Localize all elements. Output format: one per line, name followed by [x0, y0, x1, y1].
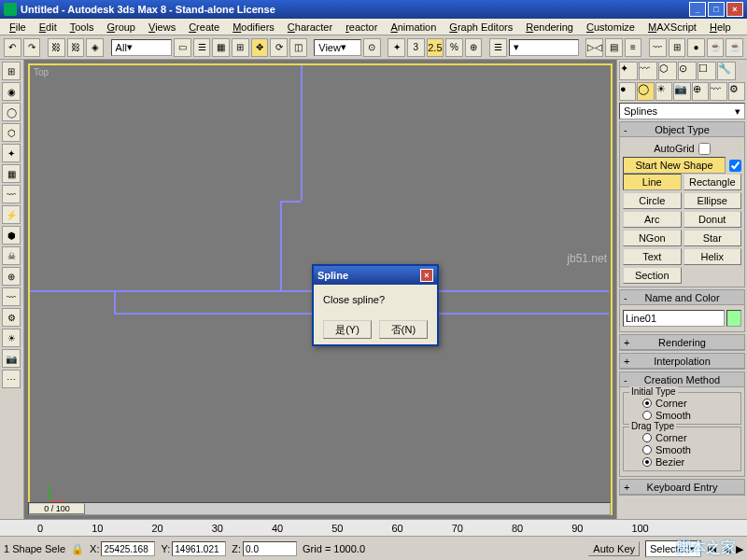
shape-arc-button[interactable]: Arc	[623, 211, 682, 228]
shape-section-button[interactable]: Section	[623, 267, 682, 284]
shape-star-button[interactable]: Star	[684, 230, 742, 246]
select-region-button[interactable]: ▦	[212, 38, 230, 57]
layers-button[interactable]: ≡	[625, 38, 642, 57]
geometry-cat-icon[interactable]: ●	[619, 82, 636, 101]
angle-snap-button[interactable]: 2.5	[427, 38, 444, 57]
material-button[interactable]: ●	[687, 38, 705, 57]
compound-icon[interactable]: ⬡	[2, 123, 21, 142]
select-rotate-button[interactable]: ⟳	[270, 38, 288, 57]
shape-donut-button[interactable]: Donut	[684, 211, 742, 228]
menu-create[interactable]: Create	[183, 21, 225, 34]
drag-bezier-radio[interactable]	[642, 457, 652, 467]
menu-group[interactable]: Group	[101, 21, 141, 34]
objects-icon[interactable]: ◉	[2, 82, 21, 101]
system-icon[interactable]: ⚙	[2, 308, 21, 327]
keyboard-entry-header[interactable]: +Keyboard Entry	[620, 480, 744, 495]
x-coord-input[interactable]	[101, 541, 155, 556]
autogrid-checkbox[interactable]	[698, 143, 711, 155]
close-button[interactable]: ×	[726, 2, 743, 17]
link-button[interactable]: ⛓	[48, 38, 65, 57]
name-color-header[interactable]: -Name and Color	[620, 290, 744, 305]
named-selection-dropdown[interactable]: ▾	[509, 39, 579, 56]
maximize-button[interactable]: □	[708, 2, 725, 17]
modify-tab[interactable]: 〰	[639, 62, 657, 80]
particles-icon[interactable]: ✦	[2, 144, 21, 162]
align-button[interactable]: ▤	[605, 38, 623, 57]
menu-maxscript[interactable]: MAXScript	[642, 21, 702, 34]
cameras-cat-icon[interactable]: 📷	[673, 82, 690, 101]
motion-tab[interactable]: ⊙	[678, 62, 697, 80]
create-tab[interactable]: ✦	[619, 62, 638, 80]
y-coord-input[interactable]	[172, 541, 226, 556]
curve-editor-button[interactable]: 〰	[649, 38, 667, 57]
hierarchy-tab[interactable]: ⬡	[658, 62, 677, 80]
bone-icon[interactable]: ☠	[2, 246, 21, 265]
rendering-header[interactable]: +Rendering	[620, 335, 744, 350]
undo-button[interactable]: ↶	[4, 38, 21, 57]
drag-smooth-radio[interactable]	[642, 445, 652, 455]
systems-cat-icon[interactable]: ⚙	[728, 82, 745, 101]
timeline-ruler[interactable]: 0102030405060708090100	[0, 520, 747, 537]
patch-icon[interactable]: ▦	[2, 164, 21, 183]
space-warp-icon[interactable]: 〰	[2, 287, 21, 306]
select-button[interactable]: ▭	[174, 38, 191, 57]
menu-animation[interactable]: Animation	[385, 21, 442, 34]
dialog-no-button[interactable]: 否(N)	[379, 320, 428, 339]
menu-customize[interactable]: Customize	[581, 21, 641, 34]
snap-toggle-button[interactable]: 3	[407, 38, 425, 57]
interpolation-header[interactable]: +Interpolation	[620, 354, 744, 369]
shapes-cat-icon[interactable]: ◯	[637, 82, 654, 101]
lock-icon[interactable]: 🔒	[71, 543, 84, 555]
start-new-shape-button[interactable]: Start New Shape	[623, 157, 726, 174]
selection-filter-dropdown[interactable]: All▾	[111, 39, 172, 56]
spacewarps-cat-icon[interactable]: 〰	[710, 82, 726, 101]
quick-render-button[interactable]: ☕	[726, 38, 743, 57]
bind-button[interactable]: ◈	[86, 38, 104, 57]
lights-cat-icon[interactable]: ☀	[655, 82, 672, 101]
drag-corner-radio[interactable]	[642, 433, 652, 442]
select-scale-button[interactable]: ◫	[289, 38, 307, 57]
shape-ellipse-button[interactable]: Ellipse	[684, 192, 742, 209]
named-selection-button[interactable]: ☰	[489, 38, 507, 57]
spinner-snap-button[interactable]: ⊕	[465, 38, 483, 57]
play-icon[interactable]: ▶	[736, 543, 743, 555]
helpers-cat-icon[interactable]: ⊕	[692, 82, 709, 101]
time-slider-thumb[interactable]: 0 / 100	[29, 503, 85, 514]
reactor-icon[interactable]: ⬢	[2, 226, 21, 245]
object-type-header[interactable]: -Object Type	[620, 122, 744, 137]
z-coord-input[interactable]	[243, 541, 297, 556]
schematic-button[interactable]: ⊞	[669, 38, 686, 57]
menu-modifiers[interactable]: Modifiers	[227, 21, 280, 34]
dynamics-icon[interactable]: ⚡	[2, 205, 21, 224]
shape-ngon-button[interactable]: NGon	[623, 230, 682, 246]
menu-views[interactable]: Views	[143, 21, 181, 34]
select-move-button[interactable]: ✥	[251, 38, 269, 57]
object-name-input[interactable]: Line01	[623, 310, 725, 327]
tab-panel-icon[interactable]: ⊞	[2, 62, 21, 80]
dialog-close-button[interactable]: ×	[420, 269, 433, 282]
menu-edit[interactable]: Edit	[34, 21, 63, 34]
shapes-icon[interactable]: ◯	[2, 103, 21, 121]
initial-smooth-radio[interactable]	[642, 411, 652, 420]
time-slider-track[interactable]: 0 / 100	[28, 502, 611, 515]
initial-corner-radio[interactable]	[642, 399, 652, 408]
utilities-tab[interactable]: 🔧	[717, 62, 736, 80]
ref-coord-dropdown[interactable]: View▾	[314, 39, 361, 56]
category-dropdown[interactable]: Splines▾	[619, 103, 745, 119]
menu-file[interactable]: File	[4, 21, 32, 34]
render-scene-button[interactable]: ☕	[707, 38, 725, 57]
unlink-button[interactable]: ⛓	[67, 38, 85, 57]
window-cross-button[interactable]: ⊞	[232, 38, 249, 57]
shape-line-button[interactable]: Line	[623, 174, 682, 190]
color-swatch[interactable]	[726, 310, 741, 327]
more-icon[interactable]: ⋯	[2, 370, 21, 388]
helper-icon[interactable]: ⊕	[2, 267, 21, 286]
shape-text-button[interactable]: Text	[623, 248, 682, 265]
select-name-button[interactable]: ☰	[193, 38, 211, 57]
creation-method-header[interactable]: -Creation Method	[620, 372, 744, 387]
start-new-shape-checkbox[interactable]	[729, 160, 741, 172]
autokey-button[interactable]: Auto Key	[588, 541, 640, 556]
menu-graph editors[interactable]: Graph Editors	[444, 21, 518, 34]
menu-tools[interactable]: Tools	[64, 21, 100, 34]
camera-icon[interactable]: 📷	[2, 349, 21, 368]
